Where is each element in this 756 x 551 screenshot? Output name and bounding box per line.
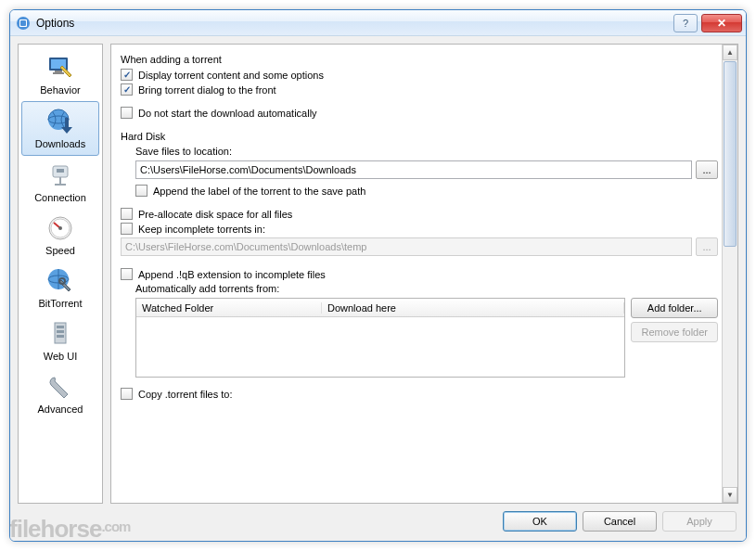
- sidebar-item-label: Web UI: [44, 351, 77, 362]
- label-append-qb: Append .!qB extension to incomplete file…: [138, 269, 326, 280]
- sidebar-item-label: Speed: [45, 245, 75, 256]
- sidebar-item-speed[interactable]: Speed: [21, 209, 99, 262]
- input-save-location[interactable]: C:\Users\FileHorse.com\Documents\Downloa…: [135, 160, 692, 179]
- column-download-here[interactable]: Download here: [322, 302, 624, 314]
- checkbox-preallocate[interactable]: [121, 208, 133, 220]
- globe-wrench-icon: [45, 266, 75, 296]
- label-copy-torrent: Copy .torrent files to:: [138, 389, 233, 400]
- category-sidebar: Behavior Downloads: [18, 44, 103, 504]
- checkbox-keep-incomplete[interactable]: [121, 223, 133, 235]
- window-title: Options: [36, 17, 74, 30]
- sidebar-item-behavior[interactable]: Behavior: [21, 48, 99, 101]
- label-save-location: Save files to location:: [135, 146, 718, 157]
- add-folder-button[interactable]: Add folder...: [631, 298, 718, 318]
- network-plug-icon: [45, 160, 75, 190]
- scroll-thumb[interactable]: [724, 61, 737, 247]
- checkbox-append-qb[interactable]: [121, 268, 133, 280]
- label-preallocate: Pre-allocate disk space for all files: [138, 209, 292, 220]
- apply-button: Apply: [662, 511, 737, 532]
- remove-folder-button: Remove folder: [631, 322, 718, 342]
- label-display-content: Display torrent content and some options: [138, 70, 324, 81]
- titlebar: Options ? ✕: [10, 10, 746, 36]
- client-area: Behavior Downloads: [10, 36, 746, 541]
- svg-rect-2: [20, 20, 26, 26]
- wrench-icon: [45, 372, 75, 402]
- help-button[interactable]: ?: [673, 14, 698, 32]
- label-append-label: Append the label of the torrent to the s…: [153, 186, 365, 197]
- column-watched-folder[interactable]: Watched Folder: [136, 302, 322, 314]
- group-hard-disk: Hard Disk: [121, 131, 718, 142]
- sidebar-item-label: Connection: [34, 192, 86, 203]
- svg-point-13: [58, 226, 62, 230]
- sidebar-item-label: Advanced: [38, 404, 83, 415]
- label-keep-incomplete: Keep incomplete torrents in:: [138, 224, 265, 235]
- svg-rect-19: [57, 330, 64, 333]
- checkbox-do-not-start[interactable]: [121, 107, 133, 119]
- sidebar-item-connection[interactable]: Connection: [21, 156, 99, 209]
- group-when-adding: When adding a torrent: [121, 54, 718, 65]
- scroll-up-icon[interactable]: ▲: [723, 45, 737, 60]
- sidebar-item-bittorrent[interactable]: BitTorrent: [21, 262, 99, 314]
- label-bring-front: Bring torrent dialog to the front: [138, 84, 276, 96]
- cancel-button[interactable]: Cancel: [583, 511, 657, 532]
- content-scrollbar[interactable]: ▲ ▼: [722, 45, 737, 503]
- svg-rect-10: [57, 169, 64, 173]
- server-rack-icon: [45, 319, 75, 349]
- svg-rect-20: [57, 335, 64, 338]
- browse-save-location-button[interactable]: ...: [696, 160, 718, 179]
- svg-rect-18: [57, 326, 64, 328]
- monitor-wrench-icon: [45, 53, 75, 83]
- svg-rect-5: [55, 70, 62, 72]
- globe-download-icon: [45, 107, 75, 136]
- sidebar-item-label: Behavior: [40, 84, 80, 96]
- checkbox-append-label[interactable]: [135, 185, 147, 197]
- sidebar-item-label: Downloads: [35, 138, 85, 149]
- checkbox-display-content[interactable]: ✓: [121, 69, 133, 81]
- svg-rect-6: [53, 72, 64, 74]
- checkbox-bring-front[interactable]: ✓: [121, 83, 133, 96]
- watched-folders-table[interactable]: Watched Folder Download here: [135, 298, 625, 378]
- sidebar-item-downloads[interactable]: Downloads: [21, 101, 99, 156]
- scroll-down-icon[interactable]: ▼: [723, 487, 737, 503]
- content-panel: When adding a torrent ✓ Display torrent …: [110, 44, 738, 504]
- options-window: Options ? ✕ Behavi: [9, 9, 747, 542]
- gauge-icon: [45, 213, 75, 243]
- sidebar-item-advanced[interactable]: Advanced: [21, 367, 99, 420]
- label-auto-add: Automatically add torrents from:: [135, 283, 718, 294]
- checkbox-copy-torrent[interactable]: [121, 388, 133, 400]
- sidebar-item-label: BitTorrent: [38, 298, 82, 309]
- close-button[interactable]: ✕: [701, 14, 742, 32]
- ok-button[interactable]: OK: [503, 511, 577, 532]
- sidebar-item-webui[interactable]: Web UI: [21, 314, 99, 367]
- browse-incomplete-button: ...: [696, 237, 718, 256]
- input-incomplete-path: C:\Users\FileHorse.com\Documents\Downloa…: [121, 237, 692, 256]
- app-icon: [16, 16, 31, 31]
- dialog-footer: OK Cancel Apply: [18, 504, 738, 533]
- label-do-not-start: Do not start the download automatically: [138, 108, 317, 119]
